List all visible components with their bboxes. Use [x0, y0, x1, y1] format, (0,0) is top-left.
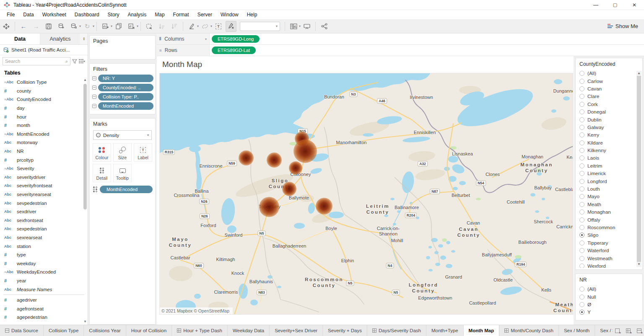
field-nr[interactable]: AbcNR — [0, 147, 88, 156]
radio-icon[interactable] — [579, 209, 584, 215]
county-option-longford[interactable]: Longford — [576, 177, 636, 185]
data-source-connection[interactable]: Sheet1 (Road Traffic Acci... — [0, 45, 88, 55]
view-size-combobox[interactable]: ▾ — [240, 22, 280, 31]
columns-pill[interactable]: ETRS89GD-Long — [212, 35, 260, 43]
radio-icon[interactable] — [579, 256, 584, 261]
new-dashboard-tab-icon[interactable]: + — [624, 327, 632, 334]
tab-days-severity-dash[interactable]: Days/Severity Dash — [367, 325, 426, 336]
highlight-caret-icon[interactable]: ▾ — [197, 24, 199, 28]
tab-data-source[interactable]: Data Source — [0, 325, 44, 336]
clear-sheet-caret-icon[interactable]: ▾ — [137, 24, 138, 28]
field-hour[interactable]: #hour — [0, 112, 88, 121]
marks-pill-monthencoded[interactable]: MonthEncoded — [100, 186, 153, 193]
county-option-meath[interactable]: Meath — [576, 201, 636, 208]
close-icon[interactable]: ✕ — [625, 0, 644, 10]
menu-map[interactable]: Map — [151, 11, 169, 18]
menu-dashboard[interactable]: Dashboard — [70, 11, 104, 18]
radio-icon[interactable] — [579, 132, 584, 137]
density-mark-8[interactable] — [316, 198, 332, 215]
new-data-source-icon[interactable] — [56, 21, 67, 32]
radio-icon[interactable] — [579, 179, 584, 184]
duplicate-icon[interactable] — [113, 21, 124, 32]
field-type[interactable]: #type — [0, 251, 88, 259]
county-option-westmeath[interactable]: Westmeath — [576, 254, 636, 262]
new-story-tab-icon[interactable]: + — [635, 327, 643, 334]
radio-icon[interactable] — [579, 233, 584, 238]
county-option-sligo[interactable]: Sligo — [576, 231, 636, 239]
filter-fields-icon[interactable] — [72, 59, 77, 64]
save-icon[interactable] — [43, 21, 54, 32]
radio-icon[interactable] — [579, 295, 584, 300]
scroll-up-icon[interactable]: ▲ — [636, 71, 641, 76]
scroll-down-icon[interactable]: ▼ — [83, 320, 87, 325]
tab-month-type[interactable]: Month+Type — [426, 325, 464, 336]
county-option-louth[interactable]: Louth — [576, 185, 636, 193]
filter-pill-nr[interactable]: NR: Y — [98, 75, 153, 82]
rows-pill[interactable]: ETRS89GD-Lat — [212, 47, 256, 54]
menu-analysis[interactable]: Analysis — [124, 11, 151, 18]
radio-icon[interactable] — [579, 117, 584, 122]
maximize-icon[interactable]: ▢ — [605, 0, 625, 10]
radio-icon[interactable] — [579, 240, 584, 246]
tab-month-county-dash[interactable]: Month/County Dash — [499, 325, 559, 336]
radio-icon[interactable] — [579, 148, 584, 153]
menu-help[interactable]: Help — [243, 11, 262, 18]
tab-month-map[interactable]: Month Map — [464, 325, 500, 336]
menu-file[interactable]: File — [3, 11, 19, 18]
tab-sex-month[interactable]: Sex / Month — [559, 325, 595, 336]
radio-icon[interactable] — [579, 310, 584, 315]
field-severityrearseat[interactable]: Abcseverityrearseat — [0, 190, 88, 199]
minimize-icon[interactable]: — — [586, 0, 605, 10]
field-agepedestrian[interactable]: #agepedestrian — [0, 313, 88, 322]
nr-option--all-[interactable]: (All) — [576, 285, 642, 293]
tooltip-button[interactable]: Tooltip — [113, 164, 132, 182]
menu-server[interactable]: Server — [193, 11, 216, 18]
radio-icon[interactable] — [579, 194, 584, 199]
group-members-icon[interactable] — [144, 21, 155, 32]
density-mark-3[interactable] — [239, 150, 254, 165]
radio-icon[interactable] — [579, 155, 584, 160]
radio-icon[interactable] — [579, 86, 584, 91]
field-county[interactable]: #county — [0, 87, 88, 96]
pages-shelf[interactable]: Pages — [89, 35, 156, 59]
nr-option-null[interactable]: Null — [576, 293, 642, 300]
radio-icon[interactable] — [579, 171, 584, 176]
scroll-up-icon[interactable]: ▲ — [83, 78, 87, 83]
colour-button[interactable]: Colour — [93, 143, 111, 162]
radio-icon[interactable] — [579, 225, 584, 230]
run-auto-updates-icon[interactable]: ↻ — [82, 21, 93, 32]
filter-pill-countyencoded[interactable]: CountyEncoded: .. — [98, 84, 153, 91]
field-severityfrontseat[interactable]: Abcseverityfrontseat — [0, 181, 88, 190]
county-option-cork[interactable]: Cork — [576, 101, 636, 108]
scroll-down-icon[interactable]: ▼ — [636, 262, 641, 267]
show-mark-labels-icon[interactable]: T — [213, 21, 224, 32]
field-severity[interactable]: =AbcSeverity — [0, 164, 88, 173]
field-sexfrontseat[interactable]: Abcsexfrontseat — [0, 216, 88, 225]
radio-icon[interactable] — [579, 264, 584, 268]
menu-window[interactable]: Window — [216, 11, 243, 18]
county-option-waterford[interactable]: Waterford — [576, 247, 636, 254]
nr-option--[interactable]: Ø — [576, 301, 642, 308]
radio-icon[interactable] — [579, 302, 584, 307]
filter-pill-collision-type[interactable]: Collision Type: P.. — [98, 93, 153, 101]
sort-descending-icon[interactable] — [169, 21, 180, 32]
detail-button[interactable]: Detail — [93, 164, 111, 182]
redo-icon[interactable]: → — [31, 21, 42, 32]
county-option-monaghan[interactable]: Monaghan — [576, 208, 636, 216]
radio-icon[interactable] — [579, 287, 584, 292]
mark-type-dropdown[interactable]: Density ▾ — [93, 130, 152, 140]
county-option-limerick[interactable]: Limerick — [576, 170, 636, 177]
radio-icon[interactable] — [579, 217, 584, 222]
field-severitydriver[interactable]: Abcseveritydriver — [0, 173, 88, 182]
county-option-dublin[interactable]: Dublin — [576, 116, 636, 123]
radio-icon[interactable] — [579, 125, 584, 130]
county-option-kilkenny[interactable]: Kilkenny — [576, 147, 636, 154]
menu-story[interactable]: Story — [104, 11, 124, 18]
county-option-tipperary[interactable]: Tipperary — [576, 239, 636, 247]
tab-hour-type-dash[interactable]: Hour + Type Dash — [172, 325, 228, 336]
fields-scrollbar[interactable]: ▲ ▼ — [83, 78, 87, 325]
field-sexdriver[interactable]: Abcsexdriver — [0, 207, 88, 216]
density-mark-7[interactable] — [259, 197, 279, 217]
tab-hour-of-collision[interactable]: Hour of Collision — [126, 325, 172, 336]
tableau-logo-icon[interactable] — [1, 21, 12, 32]
